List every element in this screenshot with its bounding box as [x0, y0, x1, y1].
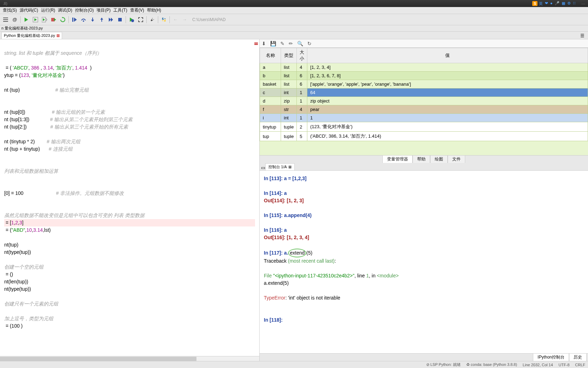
- run-cell-icon[interactable]: [31, 15, 40, 24]
- variable-explorer[interactable]: 名称 类型 大小 值 alist4[1, 2, 3, 4]blist6[1, 2…: [260, 48, 588, 155]
- debug-step-icon[interactable]: [70, 15, 79, 24]
- ipython-console[interactable]: In [113]: a = [1,2,3] In [114]: a Out[11…: [260, 171, 588, 353]
- svg-marker-10: [62, 17, 63, 18]
- outline-icon[interactable]: [1, 15, 10, 24]
- svg-marker-17: [111, 18, 113, 22]
- console-collapse-icon[interactable]: ▭: [261, 165, 265, 170]
- col-name[interactable]: 名称: [260, 48, 281, 63]
- tab-plot[interactable]: 绘图: [430, 155, 448, 163]
- col-size[interactable]: 大小: [297, 48, 307, 63]
- svg-marker-9: [54, 18, 56, 21]
- ime-lang[interactable]: 英 ❤●🎤▦⚙⁝⁝: [539, 1, 576, 6]
- status-conda[interactable]: ♻ conda: base (Python 3.8.8): [466, 362, 517, 367]
- status-eol[interactable]: CRLF: [575, 363, 585, 367]
- svg-marker-14: [91, 20, 94, 22]
- status-lsp[interactable]: ⊘ LSP Python: 就绪: [426, 362, 461, 367]
- debug-continue-icon[interactable]: [107, 15, 115, 24]
- var-row[interactable]: cint164: [260, 88, 588, 97]
- run-selection-icon[interactable]: [49, 15, 58, 24]
- wrench-icon[interactable]: [148, 15, 156, 24]
- import-icon[interactable]: ⬇: [262, 41, 266, 46]
- var-row[interactable]: tinytuptuple2(123, '量化对冲基金'): [260, 122, 588, 132]
- svg-point-20: [131, 19, 134, 22]
- save-icon[interactable]: 💾: [270, 41, 276, 46]
- tab-history[interactable]: 历史: [569, 353, 587, 361]
- tab-variable-manager[interactable]: 变量管理器: [382, 155, 413, 163]
- svg-marker-15: [100, 18, 103, 20]
- menu-project[interactable]: 项目(P): [95, 7, 112, 13]
- svg-marker-7: [43, 18, 45, 21]
- var-row[interactable]: basketlist6['apple', 'orange', 'apple', …: [260, 80, 588, 88]
- run-cell-advance-icon[interactable]: [40, 15, 49, 24]
- window-min-icon[interactable]: —: [581, 1, 585, 6]
- col-type[interactable]: 类型: [281, 48, 297, 63]
- status-cursor: Line 2032, Col 14: [523, 363, 553, 367]
- title-bar: .8) S 英 ❤●🎤▦⚙⁝⁝ —: [0, 0, 588, 7]
- var-row[interactable]: blist6[1, 2, 3, 6, 7, 8]: [260, 72, 588, 80]
- highlight-circle: extend: [288, 249, 306, 257]
- svg-rect-0: [3, 18, 8, 18]
- svg-rect-1: [3, 19, 8, 20]
- menu-bar: 查找(S) 源代码(C) 运行(R) 调试(D) 控制台(O) 项目(P) 工具…: [0, 7, 588, 14]
- menu-help[interactable]: 帮助(H): [146, 7, 163, 13]
- tab-file[interactable]: 文件: [448, 155, 465, 163]
- status-bar: ⊘ LSP Python: 就绪 ♻ conda: base (Python 3…: [0, 361, 588, 368]
- var-row[interactable]: dzip1zip object: [260, 97, 588, 105]
- main-toolbar: @ ← → C:\Users\MIAPAD: [0, 14, 588, 25]
- status-encoding[interactable]: UTF-8: [559, 363, 569, 367]
- svg-marker-5: [34, 18, 37, 21]
- close-console-icon[interactable]: ⊠: [288, 165, 292, 169]
- menu-console[interactable]: 控制台(O): [74, 7, 95, 13]
- refresh-icon[interactable]: ↻: [307, 41, 312, 46]
- menu-search[interactable]: 查找(S): [1, 7, 18, 13]
- svg-marker-16: [109, 18, 111, 22]
- svg-rect-11: [72, 18, 73, 22]
- menu-run[interactable]: 运行(R): [40, 7, 57, 13]
- svg-rect-18: [118, 18, 122, 21]
- file-breadcrumb: n 量化编程基础-2023.py: [0, 25, 588, 32]
- var-row[interactable]: alist4[1, 2, 3, 4]: [260, 63, 588, 72]
- svg-point-13: [83, 20, 84, 22]
- nav-back-icon[interactable]: ←: [171, 15, 180, 24]
- tab-ipython-console[interactable]: IPython控制台: [533, 353, 569, 361]
- code-editor[interactable]: string. list 和 tuple 都属于 sequence（序列） = …: [0, 39, 260, 361]
- console-tabs: ▭ 控制台 1/A ⊠: [260, 163, 588, 171]
- variable-toolbar: ⬇ 💾 ✎ ✏ 🔍 ↻: [260, 39, 588, 48]
- menu-view[interactable]: 查看(V): [129, 7, 146, 13]
- rerun-icon[interactable]: [59, 15, 67, 24]
- menu-debug[interactable]: 调试(D): [56, 7, 74, 13]
- debug-bug-icon[interactable]: [127, 15, 136, 24]
- editor-tabs: Python 量化编程基础-2023.py ⊠ ☰: [0, 32, 588, 39]
- at-icon[interactable]: @: [11, 15, 19, 24]
- menu-tools[interactable]: 工具(T): [112, 7, 128, 13]
- search-var-icon[interactable]: 🔍: [297, 41, 303, 46]
- debug-stepover-icon[interactable]: [79, 15, 88, 24]
- edit-icon[interactable]: ✏: [289, 41, 293, 46]
- tab-help[interactable]: 帮助: [413, 155, 430, 163]
- editor-scrollbar[interactable]: [0, 356, 259, 361]
- var-row[interactable]: fstr4pear: [260, 105, 588, 114]
- console-bottom-tabs: IPython控制台 历史: [260, 353, 588, 361]
- editor-tab-active[interactable]: Python 量化编程基础-2023.py ⊠: [1, 32, 62, 39]
- working-dir: C:\Users\MIAPAD: [192, 17, 226, 22]
- run-icon[interactable]: [22, 15, 31, 24]
- svg-marker-3: [25, 18, 28, 22]
- close-tab-icon[interactable]: ⊠: [56, 33, 60, 38]
- right-panel-tabs: 变量管理器 帮助 绘图 文件: [260, 155, 588, 163]
- svg-rect-2: [3, 21, 8, 22]
- debug-stop-icon[interactable]: [116, 15, 124, 24]
- save-as-icon[interactable]: ✎: [280, 41, 285, 46]
- python-icon[interactable]: [160, 15, 168, 24]
- col-value[interactable]: 值: [307, 48, 588, 63]
- nav-forward-icon[interactable]: →: [180, 15, 189, 24]
- var-row[interactable]: tuptuple5('ABCD', 386, 3.14, '加百力', 1.41…: [260, 132, 588, 141]
- menu-source[interactable]: 源代码(C): [18, 7, 40, 13]
- sogou-ime-icon[interactable]: S: [532, 1, 537, 6]
- console-tab-active[interactable]: 控制台 1/A ⊠: [265, 163, 295, 170]
- var-row[interactable]: iint11: [260, 114, 588, 122]
- debug-stepout-icon[interactable]: [98, 15, 106, 24]
- maximize-icon[interactable]: [136, 15, 145, 24]
- svg-marker-12: [74, 18, 77, 22]
- tabs-menu-icon[interactable]: ☰: [578, 32, 587, 39]
- debug-stepin-icon[interactable]: [88, 15, 97, 24]
